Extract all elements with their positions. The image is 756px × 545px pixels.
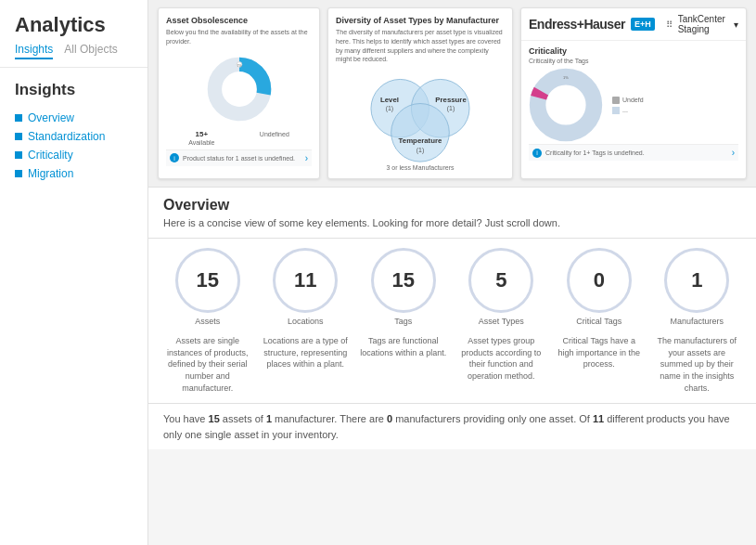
card1-arrow[interactable]: › (305, 153, 308, 163)
eh-arrow[interactable]: › (732, 148, 735, 158)
legend-item-low: ... (612, 107, 644, 114)
tab-all-objects[interactable]: All Objects (64, 43, 117, 59)
card1-donut-labels: 15+ Available Undefined (166, 130, 312, 146)
stat-number-asset-types: 5 (495, 270, 506, 291)
desc-critical-tags: Critical Tags have a high importance in … (555, 335, 643, 394)
stat-locations: 11 Locations (262, 248, 350, 326)
venn-container: Level (1) Pressure (1) Temperature (1) (336, 70, 505, 162)
stat-circle-tags: 15 (371, 248, 436, 313)
sidebar-item-overview[interactable]: Overview (15, 109, 133, 127)
tab-insights[interactable]: Insights (15, 43, 53, 59)
tankcenter-label: TankCenter Staging (678, 14, 730, 34)
sidebar-tabs: Insights All Objects (15, 43, 133, 59)
stat-critical-tags: 0 Critical Tags (555, 248, 643, 326)
legend-label-low: ... (622, 107, 628, 113)
stat-circle-locations: 11 (273, 248, 338, 313)
stat-circle-assets: 15 (175, 248, 240, 313)
stats-row: 15 Assets 11 Locations 15 Tags 5 (163, 248, 741, 326)
svg-text:Level: Level (380, 96, 399, 104)
grid-icon: ⠿ (666, 19, 673, 30)
legend-label-undefined: Undefd (622, 97, 644, 103)
label-undefined: Undefined (260, 130, 289, 146)
stat-label-critical-tags: Critical Tags (576, 317, 621, 326)
overview-section: Overview Here is a concise view of some … (148, 187, 756, 239)
main-content: Asset Obsolescence Below you find the av… (148, 0, 756, 545)
info-icon-eh: i (532, 149, 542, 158)
stat-number-tags: 15 (392, 270, 415, 291)
label-available: 15+ Available (188, 130, 214, 146)
card2-subtitle: The diversity of manufacturers per asset… (336, 28, 505, 64)
stat-circle-asset-types: 5 (468, 248, 533, 313)
stat-number-manufacturers: 1 (691, 270, 702, 291)
legend-dot-undefined (612, 97, 620, 104)
desc-manufacturers: The manufacturers of your assets are sum… (653, 335, 741, 394)
svg-text:(1): (1) (416, 147, 424, 154)
sidebar-item-label-overview: Overview (28, 111, 74, 124)
info-icon-1: i (170, 153, 179, 162)
eh-logo-text: Endress+Hauser (529, 17, 625, 32)
stat-label-asset-types: Asset Types (479, 317, 524, 326)
card1-donut: 7% (166, 52, 312, 126)
summary-section: You have 15 assets of 1 manufacturer. Th… (148, 403, 756, 449)
legend-dot-low (612, 107, 620, 114)
stat-label-locations: Locations (288, 317, 324, 326)
card2-title: Diversity of Asset Types by Manufacturer (336, 16, 505, 25)
eh-header: Endress+Hauser E+H ⠿ TankCenter Staging … (521, 8, 746, 41)
stat-tags: 15 Tags (359, 248, 447, 326)
chevron-down-icon: ▾ (734, 19, 738, 30)
card1-footer-text: Product status for 1 asset is undefined. (183, 155, 301, 162)
desc-assets: Assets are single instances of products,… (163, 335, 251, 394)
svg-point-13 (538, 77, 595, 134)
desc-tags: Tags are functional locations within a p… (359, 335, 447, 394)
stat-label-assets: Assets (195, 317, 220, 326)
cards-row: Asset Obsolescence Below you find the av… (148, 0, 756, 187)
stat-number-assets: 15 (197, 270, 219, 291)
svg-text:(1): (1) (386, 106, 393, 113)
stat-manufacturers: 1 Manufacturers (653, 248, 741, 326)
svg-text:(1): (1) (447, 106, 455, 113)
stats-section: 15 Assets 11 Locations 15 Tags 5 (148, 239, 756, 335)
eh-tankcenter[interactable]: TankCenter Staging ▾ (678, 14, 738, 34)
donut-svg-1: 7% (207, 57, 272, 122)
sidebar-item-migration[interactable]: Migration (15, 164, 133, 183)
svg-text:Pressure: Pressure (435, 96, 467, 104)
sidebar-header: Analytics Insights All Objects (0, 0, 147, 68)
card-asset-obsolescence: Asset Obsolescence Below you find the av… (158, 7, 320, 179)
stat-assets: 15 Assets (163, 248, 251, 326)
descriptions-row: Assets are single instances of products,… (148, 335, 756, 403)
sidebar-item-criticality[interactable]: Criticality (15, 146, 133, 164)
svg-text:1%: 1% (563, 75, 569, 80)
card-eh: Endress+Hauser E+H ⠿ TankCenter Staging … (520, 7, 747, 179)
svg-text:7%: 7% (237, 63, 241, 67)
sidebar-section: Insights Overview Standardization Critic… (0, 68, 147, 190)
overview-title: Overview (163, 197, 741, 214)
eh-footer[interactable]: i Criticality for 1+ Tags is undefined. … (529, 144, 738, 161)
donut-svg-criticality: 1% (529, 68, 603, 142)
eh-donut-area: 1% Undefd ... (529, 68, 738, 142)
card1-footer[interactable]: i Product status for 1 asset is undefine… (166, 149, 312, 166)
stat-label-manufacturers: Manufacturers (670, 317, 724, 326)
sidebar-item-label-criticality: Criticality (28, 149, 73, 162)
nav-dot-overview (15, 114, 22, 122)
eh-body: Criticality Criticality of the Tags 1% U… (521, 41, 746, 178)
nav-dot-criticality (15, 151, 22, 159)
nav-dot-standardization (15, 133, 22, 140)
card1-subtitle: Below you find the availability of the a… (166, 28, 312, 46)
sidebar: Analytics Insights All Objects Insights … (0, 0, 148, 545)
sidebar-title: Analytics (15, 13, 133, 37)
stat-label-tags: Tags (394, 317, 412, 326)
eh-footer-text: Criticality for 1+ Tags is undefined. (545, 149, 728, 156)
summary-text: You have 15 assets of 1 manufacturer. Th… (163, 411, 741, 442)
venn-footer: 3 or less Manufacturers (336, 164, 505, 171)
sidebar-section-title: Insights (15, 81, 133, 99)
svg-point-6 (391, 104, 450, 162)
eh-criticality-title: Criticality (529, 46, 738, 56)
overview-subtitle: Here is a concise view of some key eleme… (163, 217, 741, 228)
card-diversity: Diversity of Asset Types by Manufacturer… (327, 7, 513, 179)
stat-asset-types: 5 Asset Types (457, 248, 545, 326)
criticality-legend: Undefd ... (612, 97, 644, 114)
stat-circle-critical-tags: 0 (567, 248, 632, 313)
sidebar-item-standardization[interactable]: Standardization (15, 127, 133, 146)
stat-number-critical-tags: 0 (594, 270, 605, 291)
sidebar-item-label-standardization: Standardization (28, 130, 105, 143)
